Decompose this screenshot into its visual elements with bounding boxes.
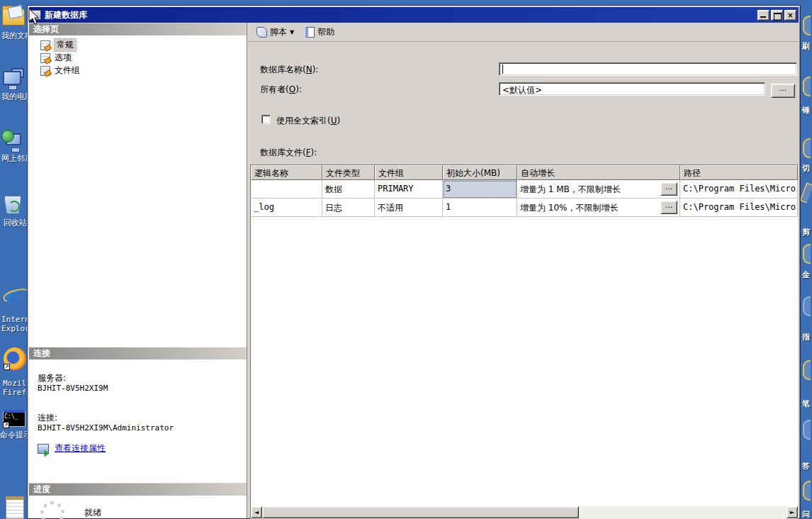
view-connection-properties-label: 查看连接属性 bbox=[55, 442, 106, 454]
script-button[interactable]: 脚本 ▼ bbox=[252, 24, 298, 40]
cell-autogrowth[interactable]: 增量为 10%，不限制增长 ... bbox=[517, 199, 680, 217]
close-button[interactable]: × bbox=[784, 10, 796, 21]
column-header-autogrowth: 自动增长 bbox=[517, 165, 680, 180]
connection-label: 连接: bbox=[38, 412, 57, 424]
page-item-label: 常规 bbox=[55, 39, 76, 51]
fulltext-checkbox[interactable] bbox=[261, 115, 271, 124]
right-edge-icon-label: 问 bbox=[802, 509, 812, 519]
property-page-icon bbox=[40, 40, 50, 50]
owner-input[interactable]: <默认值> bbox=[499, 82, 765, 96]
property-page-icon bbox=[40, 53, 50, 63]
cell-filegroup[interactable]: PRIMARY bbox=[375, 180, 443, 199]
title-bar[interactable]: 新建数据库 × bbox=[29, 7, 799, 23]
database-files-grid: 逻辑名称 文件类型 文件组 初始大小(MB) 自动增长 路径 数据 PRIMAR… bbox=[250, 164, 799, 519]
progress-area: 就绪 bbox=[29, 496, 247, 518]
page-item-options[interactable]: 选项 bbox=[40, 52, 72, 64]
autogrowth-browse-button[interactable]: ... bbox=[660, 201, 677, 214]
help-button[interactable]: 帮助 bbox=[301, 24, 339, 40]
new-database-dialog: 新建数据库 × 选择页 常规 选项 bbox=[27, 5, 801, 519]
page-item-label: 文件组 bbox=[55, 65, 80, 77]
select-page-pane: 选择页 常规 选项 文件组 连接 bbox=[29, 23, 247, 518]
cell-filegroup[interactable]: 不适用 bbox=[375, 199, 443, 217]
column-header-initial-size: 初始大小(MB) bbox=[443, 165, 517, 180]
cell-initial-size[interactable]: 1 bbox=[443, 199, 517, 217]
my-computer-icon bbox=[3, 71, 21, 85]
script-icon bbox=[256, 27, 267, 38]
connection-value: BJHIT-8V5H2XI9M\Administrator bbox=[38, 423, 174, 432]
fulltext-checkbox-label: 使用全文索引(U) bbox=[276, 115, 340, 127]
column-header-logical-name: 逻辑名称 bbox=[251, 165, 322, 180]
column-header-filegroup: 文件组 bbox=[375, 165, 443, 180]
help-icon bbox=[305, 27, 315, 38]
right-edge-icon[interactable] bbox=[803, 296, 811, 316]
table-row: _log 日志 不适用 1 增量为 10%，不限制增长 ... C:\Progr… bbox=[251, 199, 798, 217]
desktop-icon-label: 命令提示符 bbox=[0, 430, 27, 440]
right-edge-icon[interactable] bbox=[803, 481, 811, 501]
cell-file-type[interactable]: 日志 bbox=[322, 199, 375, 217]
right-edge-icon-label: 金 bbox=[802, 269, 812, 280]
cell-logical-name[interactable] bbox=[251, 180, 322, 199]
right-edge-icon[interactable] bbox=[803, 16, 811, 35]
owner-label: 所有者(O): bbox=[260, 84, 302, 96]
right-edge-icon-label: 刷 bbox=[802, 41, 812, 52]
scrollbar-track[interactable] bbox=[262, 506, 786, 518]
db-name-label: 数据库名称(N): bbox=[260, 64, 318, 76]
cell-path[interactable]: C:\Program Files\Micro bbox=[680, 180, 798, 199]
scroll-left-button[interactable]: ◄ bbox=[251, 506, 262, 518]
help-button-label: 帮助 bbox=[317, 26, 334, 38]
network-globe-icon bbox=[1, 130, 14, 143]
scroll-right-button[interactable]: ► bbox=[786, 506, 798, 518]
internet-explorer-icon: e bbox=[4, 282, 28, 306]
page-list: 常规 选项 文件组 bbox=[29, 35, 247, 347]
right-edge-icon[interactable] bbox=[800, 182, 812, 203]
select-page-header: 选择页 bbox=[29, 23, 247, 35]
cell-autogrowth[interactable]: 增量为 1 MB，不限制增长 ... bbox=[517, 180, 680, 199]
column-header-path: 路径 bbox=[680, 165, 798, 180]
right-edge-icon[interactable] bbox=[803, 360, 811, 380]
right-edge-icon[interactable] bbox=[803, 138, 811, 158]
table-row: 数据 PRIMARY 3 增量为 1 MB，不限制增长 ... C:\Progr… bbox=[251, 180, 798, 199]
db-name-input[interactable] bbox=[499, 62, 797, 76]
right-edge-icon-label: 指 bbox=[802, 332, 812, 342]
grid-header-row: 逻辑名称 文件类型 文件组 初始大小(MB) 自动增长 路径 bbox=[251, 165, 798, 180]
maximize-button[interactable] bbox=[771, 10, 783, 21]
mouse-cursor bbox=[28, 8, 41, 28]
script-button-label: 脚本 bbox=[270, 26, 287, 38]
right-edge-icon[interactable] bbox=[803, 420, 811, 440]
right-edge-icon[interactable] bbox=[803, 244, 811, 264]
connection-area: 服务器: BJHIT-8V5H2XI9M 连接: BJHIT-8V5H2XI9M… bbox=[29, 359, 247, 483]
page-item-general[interactable]: 常规 bbox=[40, 39, 76, 51]
recycle-bin-icon bbox=[4, 196, 21, 214]
progress-status: 就绪 bbox=[84, 507, 101, 519]
connection-properties-icon bbox=[38, 444, 49, 454]
scrollbar-thumb[interactable] bbox=[262, 506, 579, 518]
page-item-filegroups[interactable]: 文件组 bbox=[40, 65, 80, 77]
my-documents-icon bbox=[2, 9, 25, 26]
cell-file-type[interactable]: 数据 bbox=[322, 180, 375, 199]
dialog-toolbar: 脚本 ▼ 帮助 bbox=[248, 23, 799, 42]
chevron-down-icon: ▼ bbox=[290, 29, 294, 35]
column-header-file-type: 文件类型 bbox=[322, 165, 375, 180]
cell-logical-name[interactable]: _log bbox=[251, 199, 322, 217]
view-connection-properties-link[interactable]: 查看连接属性 bbox=[38, 442, 106, 454]
cell-initial-size[interactable]: 3 bbox=[443, 180, 517, 199]
progress-spinner-icon bbox=[40, 501, 64, 519]
progress-header: 进度 bbox=[29, 484, 247, 496]
right-edge-icon-label: 剪 bbox=[802, 227, 812, 238]
minimize-button[interactable] bbox=[757, 10, 769, 21]
owner-browse-button[interactable]: ... bbox=[771, 84, 795, 98]
right-edge-icon[interactable] bbox=[803, 77, 811, 96]
desktop: 我的文档 我的电脑 网上邻居 回收站 e Internet Explorer M… bbox=[0, 0, 812, 519]
autogrowth-browse-button[interactable]: ... bbox=[660, 182, 677, 196]
text-caret bbox=[502, 65, 503, 74]
database-files-label: 数据库文件(F): bbox=[260, 147, 317, 159]
horizontal-scrollbar: ◄ ► bbox=[251, 506, 798, 518]
page-item-label: 选项 bbox=[55, 52, 72, 64]
right-edge-icon-label: 笔 bbox=[802, 398, 812, 409]
shortcut-arrow-icon bbox=[3, 422, 9, 428]
server-label: 服务器: bbox=[38, 372, 66, 384]
right-edge-icon-label: 锤 bbox=[802, 105, 812, 116]
cell-path[interactable]: C:\Program Files\Micro bbox=[680, 199, 798, 217]
right-edge-icon-label: 切 bbox=[802, 163, 812, 174]
connection-header: 连接 bbox=[29, 347, 247, 359]
